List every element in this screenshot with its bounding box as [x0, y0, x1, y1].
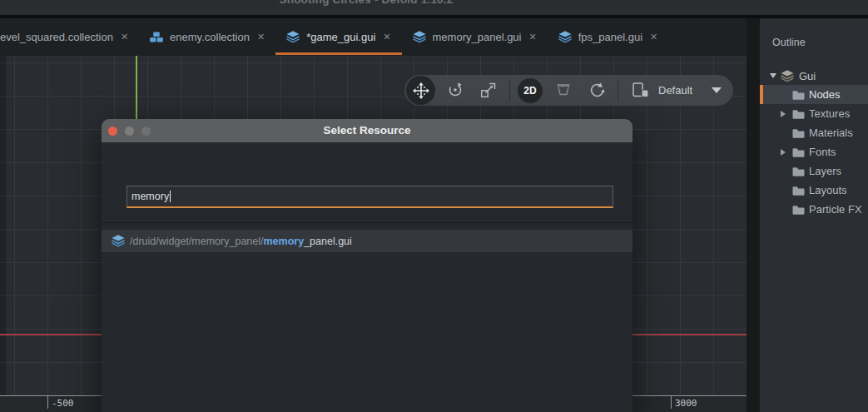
move-icon: [413, 82, 429, 99]
outline-item-layers[interactable]: Layers: [760, 161, 868, 181]
close-icon[interactable]: ✕: [650, 32, 657, 42]
2d-mode-button[interactable]: 2D: [518, 78, 543, 103]
close-icon[interactable]: ✕: [257, 32, 265, 42]
editor-tabbar: evel_squared.collection ✕ enemy.collecti…: [0, 18, 746, 56]
chevron-right-icon[interactable]: [781, 111, 786, 117]
result-match-text: memory: [264, 236, 305, 247]
tab-label: memory_panel.gui: [433, 31, 522, 43]
window-title: Shooting Circles - Defold 1.10.2: [0, 0, 732, 6]
scale-icon: [480, 82, 496, 98]
tree-item-label: Materials: [809, 127, 853, 139]
tree-item-label: Layers: [809, 165, 841, 177]
gui-icon: [286, 31, 300, 43]
results-divider: [102, 222, 632, 223]
folder-icon: [792, 147, 805, 157]
tab-label: evel_squared.collection: [0, 31, 113, 43]
reload-icon: [588, 82, 605, 98]
folder-icon: [792, 128, 805, 138]
dialog-title: Select Resource: [102, 119, 632, 142]
search-input-value: memory: [131, 191, 169, 202]
layout-select-label[interactable]: Default: [658, 75, 692, 106]
tab-enemy-collection[interactable]: enemy.collection ✕: [139, 18, 275, 56]
tree-item-label: Particle FX: [809, 203, 862, 216]
tab-label: enemy.collection: [170, 31, 250, 43]
ruler-label: 3000: [675, 398, 697, 409]
outline-item-materials[interactable]: Materials: [760, 123, 868, 142]
reload-button[interactable]: [588, 82, 605, 102]
tree-item-label: Layouts: [809, 184, 847, 196]
chevron-down-icon[interactable]: [770, 73, 776, 78]
tab-level-squared-collection[interactable]: evel_squared.collection ✕: [0, 18, 139, 56]
folder-icon: [792, 90, 805, 100]
folder-icon: [792, 186, 805, 196]
chevron-down-icon[interactable]: [712, 87, 722, 93]
outline-panel-title: Outline: [772, 37, 806, 48]
collection-icon: [150, 32, 163, 42]
layout-device-button[interactable]: [632, 82, 650, 102]
outline-item-particle-fx[interactable]: Particle FX: [760, 200, 868, 219]
ruler-label: -500: [52, 398, 74, 409]
outline-panel: Outline Gui Nodes Textures: [760, 18, 868, 412]
tab-label: fps_panel.gui: [578, 31, 642, 43]
gui-icon: [413, 31, 426, 43]
tab-game-gui[interactable]: *game_gui.gui ✕: [275, 18, 401, 56]
tree-item-label: Textures: [809, 107, 850, 120]
canvas-edge-shade: [0, 56, 6, 395]
folder-icon: [792, 205, 805, 215]
scale-tool-button[interactable]: [480, 82, 496, 102]
tree-item-label: Gui: [799, 70, 816, 82]
outline-item-gui[interactable]: Gui: [760, 67, 868, 85]
scene-toolbar: 2D Default: [404, 75, 733, 106]
dialog-titlebar[interactable]: Select Resource: [102, 119, 632, 142]
window-titlebar: Shooting Circles - Defold 1.10.2: [0, 0, 868, 15]
search-input[interactable]: memory: [126, 186, 613, 208]
rotate-tool-button[interactable]: [447, 82, 464, 102]
close-icon[interactable]: ✕: [383, 32, 390, 42]
select-resource-dialog: Select Resource memory /druid/widget/mem…: [102, 119, 632, 412]
defold-editor-window: Shooting Circles - Defold 1.10.2 evel_sq…: [0, 0, 868, 412]
result-path-prefix: /druid/widget/memory_panel/: [130, 236, 264, 247]
toolbar-separator: [618, 80, 618, 101]
ruler-tick: [671, 396, 672, 409]
outline-item-nodes[interactable]: Nodes: [760, 85, 868, 104]
tab-label: *game_gui.gui: [306, 31, 375, 43]
folder-icon: [792, 166, 805, 176]
frustum-culling-button[interactable]: [555, 82, 572, 101]
outline-item-layouts[interactable]: Layouts: [760, 181, 868, 200]
outline-tree: Gui Nodes Textures Materials: [760, 67, 868, 219]
device-icon: [632, 82, 650, 98]
frustum-icon: [555, 82, 572, 97]
chevron-right-icon[interactable]: [781, 149, 786, 156]
ruler-tick: [47, 396, 48, 409]
tab-fps-panel-gui[interactable]: fps_panel.gui ✕: [548, 18, 669, 56]
gui-icon: [112, 235, 125, 247]
folder-icon: [792, 109, 805, 119]
tab-memory-panel-gui[interactable]: memory_panel.gui ✕: [402, 18, 548, 56]
toolbar-separator: [509, 80, 510, 101]
tree-item-label: Fonts: [809, 146, 836, 158]
outline-item-fonts[interactable]: Fonts: [760, 142, 868, 161]
result-row-memory-panel-gui[interactable]: /druid/widget/memory_panel/memory_panel.…: [102, 230, 632, 252]
move-tool-button[interactable]: [406, 76, 435, 105]
rotate-icon: [447, 82, 464, 98]
result-path-suffix: _panel.gui: [304, 236, 352, 247]
tree-item-label: Nodes: [809, 88, 841, 101]
text-cursor: [170, 191, 171, 202]
dialog-body: memory /druid/widget/memory_panel/memory…: [102, 142, 632, 412]
outline-item-textures[interactable]: Textures: [760, 104, 868, 123]
close-icon[interactable]: ✕: [121, 32, 128, 42]
gui-icon: [558, 31, 572, 43]
gui-icon: [781, 70, 794, 82]
close-icon[interactable]: ✕: [528, 32, 536, 42]
